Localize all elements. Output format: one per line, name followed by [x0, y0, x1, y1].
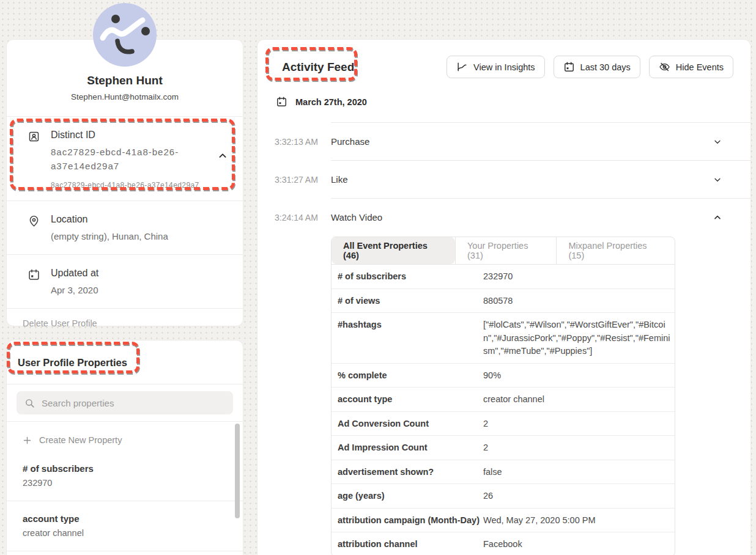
- property-name: attribution campaign (Month-Day): [332, 514, 483, 527]
- calendar-icon: [563, 61, 575, 73]
- property-value: 2: [483, 441, 675, 455]
- property-value: creator channel: [23, 528, 243, 538]
- event-row[interactable]: 3:32:13 AM Purchase: [258, 123, 750, 160]
- table-row: #hashtags ["#lolCats","#Wilson","#WorstG…: [332, 313, 675, 364]
- property-name: account type: [332, 393, 483, 406]
- event-time: 3:24:14 AM: [275, 213, 331, 222]
- date-range-button[interactable]: Last 30 days: [554, 56, 640, 78]
- date-header: March 27th, 2020: [258, 90, 750, 108]
- date-header-label: March 27th, 2020: [295, 97, 367, 107]
- table-row: # of subscribers 232970: [332, 265, 675, 289]
- distinct-id-value: 8ac27829-ebcd-41a8-be26-a37e14ed29a7: [51, 145, 211, 173]
- eye-off-icon: [659, 61, 670, 73]
- property-value: creator channel: [483, 393, 675, 406]
- property-value: 2: [483, 417, 675, 431]
- updated-at-row: Updated at Apr 3, 2020: [7, 255, 243, 308]
- property-value: 90%: [483, 369, 675, 383]
- id-badge-icon: [28, 130, 41, 144]
- location-label: Location: [51, 214, 168, 225]
- property-name: Ad Conversion Count: [332, 417, 483, 431]
- scrollbar-thumb[interactable]: [235, 424, 240, 518]
- properties-panel-title: User Profile Properties: [18, 357, 127, 368]
- updated-at-value: Apr 3, 2020: [51, 283, 98, 297]
- view-in-insights-button[interactable]: View in Insights: [447, 56, 544, 78]
- table-row: attribution channel Facebook: [332, 532, 675, 555]
- table-row: advertisement shown? false: [332, 460, 675, 485]
- search-properties-input[interactable]: [42, 398, 225, 408]
- search-icon: [24, 398, 35, 408]
- table-row: age (years) 26: [332, 484, 675, 509]
- chevron-down-icon[interactable]: [713, 175, 722, 185]
- distinct-id-row[interactable]: Distinct ID 8ac27829-ebcd-41a8-be26-a37e…: [7, 117, 243, 200]
- event-properties-table: # of subscribers 232970 # of views 88057…: [332, 265, 675, 555]
- user-avatar: [93, 3, 157, 67]
- location-value: (empty string), Hunan, China: [51, 229, 168, 243]
- tab-your-properties[interactable]: Your Properties (31): [455, 237, 556, 264]
- property-name: Ad Impression Count: [332, 441, 483, 455]
- create-new-property-label: Create New Property: [39, 435, 122, 445]
- property-name: #hashtags: [332, 318, 483, 358]
- property-name: # of subscribers: [332, 270, 483, 284]
- property-value: Wed, May 27, 2020 5:00 PM: [483, 514, 675, 527]
- calendar-icon: [276, 96, 287, 108]
- plus-icon: [23, 436, 32, 445]
- event-time: 3:32:13 AM: [275, 137, 331, 147]
- property-value: 880578: [483, 295, 675, 308]
- tab-mixpanel-properties[interactable]: Mixpanel Properties (15): [556, 237, 675, 264]
- search-properties-box[interactable]: [17, 391, 233, 414]
- property-name: account type: [23, 513, 243, 524]
- event-row[interactable]: 3:31:27 AM Like: [258, 161, 750, 198]
- property-list-item[interactable]: account type creator channel: [7, 501, 243, 551]
- property-value: false: [483, 466, 675, 479]
- chevron-up-icon[interactable]: [713, 213, 722, 222]
- table-row: Ad Impression Count 2: [332, 436, 675, 460]
- user-profile-properties-card: User Profile Properties Create New Prope…: [6, 340, 243, 555]
- hide-events-label: Hide Events: [676, 62, 724, 72]
- property-name: attribution channel: [332, 538, 483, 551]
- calendar-icon: [28, 268, 41, 282]
- chevron-up-icon[interactable]: [217, 150, 228, 161]
- property-name: # of views: [332, 295, 483, 308]
- table-row: Ad Conversion Count 2: [332, 412, 675, 436]
- table-row: % complete 90%: [332, 364, 675, 388]
- updated-at-label: Updated at: [51, 268, 98, 279]
- view-in-insights-label: View in Insights: [473, 62, 535, 72]
- property-value: Facebook: [483, 538, 675, 551]
- distinct-id-label: Distinct ID: [51, 130, 211, 141]
- property-name: advertisement shown?: [332, 466, 483, 479]
- location-pin-icon: [28, 215, 41, 228]
- location-row: Location (empty string), Hunan, China: [7, 201, 243, 254]
- property-value: 232970: [23, 478, 243, 488]
- user-name: Stephen Hunt: [13, 74, 237, 87]
- user-email: Stephen.Hunt@hotmailx.com: [13, 92, 237, 101]
- table-row: account type creator channel: [332, 388, 675, 412]
- event-name: Watch Video: [331, 212, 713, 222]
- event-row-expanded[interactable]: 3:24:14 AM Watch Video: [258, 199, 750, 236]
- property-value: ["#lolCats","#Wilson","#WorstGiftEver","…: [483, 318, 675, 358]
- activity-feed-title: Activity Feed: [282, 61, 354, 74]
- date-range-label: Last 30 days: [580, 62, 631, 72]
- avatar-smiley-icon: [93, 3, 157, 67]
- event-time: 3:31:27 AM: [275, 175, 331, 185]
- property-name: % complete: [332, 369, 483, 383]
- property-name: # of subscribers: [23, 463, 243, 474]
- hide-events-button[interactable]: Hide Events: [649, 56, 733, 78]
- tab-all-event-properties[interactable]: All Event Properties (46): [332, 237, 455, 264]
- chevron-down-icon[interactable]: [713, 137, 722, 147]
- event-properties-panel: All Event Properties (46) Your Propertie…: [331, 237, 675, 555]
- create-new-property-button[interactable]: Create New Property: [7, 422, 243, 451]
- property-name: age (years): [332, 490, 483, 503]
- line-chart-icon: [456, 61, 468, 73]
- user-profile-card: Stephen Hunt Stephen.Hunt@hotmailx.com D…: [6, 39, 243, 326]
- delete-user-profile-link[interactable]: Delete User Profile: [7, 309, 243, 338]
- table-row: # of views 880578: [332, 289, 675, 314]
- activity-feed-card: Activity Feed View in Insights Last 30 d…: [257, 39, 751, 555]
- property-list-item[interactable]: # of subscribers 232970: [7, 451, 243, 501]
- property-value: 232970: [483, 270, 675, 284]
- table-row: attribution campaign (Month-Day) Wed, Ma…: [332, 509, 675, 533]
- event-name: Purchase: [331, 136, 713, 147]
- property-value: 26: [483, 490, 675, 503]
- distinct-id-expanded-value: 8ac27829-ebcd-41a8-be26-a37e14ed29a7: [51, 181, 211, 189]
- divider: [7, 551, 243, 551]
- event-name: Like: [331, 174, 713, 185]
